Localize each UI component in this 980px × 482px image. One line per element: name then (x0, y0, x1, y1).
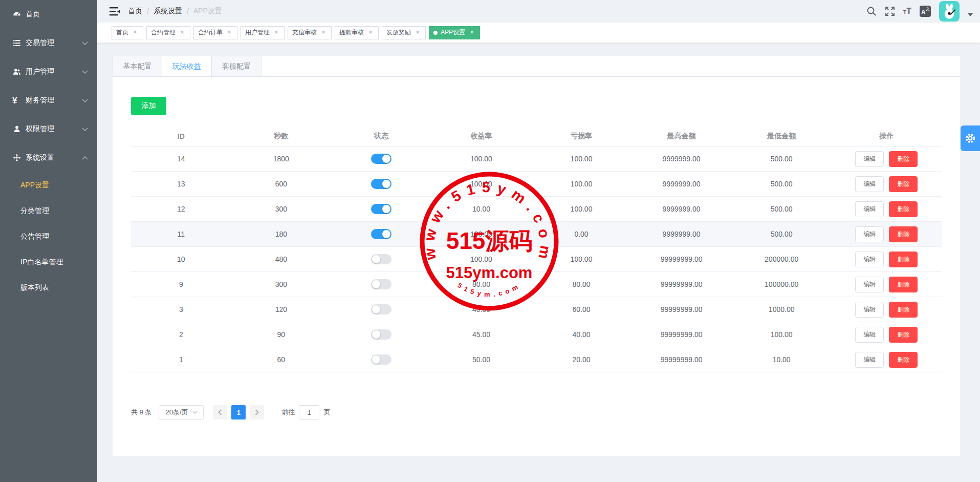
delete-button[interactable]: 删除 (889, 252, 918, 267)
cell-status (331, 329, 431, 340)
status-toggle[interactable] (371, 329, 391, 340)
delete-button[interactable]: 删除 (889, 352, 918, 368)
edit-button[interactable]: 编辑 (855, 201, 884, 217)
tag-view-合约订单[interactable]: 合约订单× (193, 26, 237, 39)
delete-button[interactable]: 删除 (889, 277, 918, 292)
sidebar-item-权限管理[interactable]: 权限管理 (0, 115, 97, 143)
edit-button[interactable]: 编辑 (855, 151, 884, 167)
language-icon[interactable]: A文 (920, 6, 931, 17)
tag-view-提款审核[interactable]: 提款审核× (335, 26, 379, 39)
app-root: 首页交易管理用户管理¥财务管理权限管理系统设置 APP设置分类管理公告管理IP白… (0, 0, 980, 482)
settings-panel-button[interactable] (961, 125, 980, 151)
next-page-button[interactable] (250, 405, 264, 420)
edit-button[interactable]: 编辑 (855, 302, 884, 318)
delete-button[interactable]: 删除 (889, 226, 918, 242)
breadcrumb-separator: / (147, 7, 149, 15)
cell-seconds: 1800 (231, 155, 332, 163)
close-icon[interactable]: × (414, 29, 421, 36)
sidebar-item-系统设置[interactable]: 系统设置 (0, 143, 97, 172)
delete-button[interactable]: 删除 (889, 151, 918, 167)
user-menu-caret-icon[interactable] (968, 13, 973, 16)
tab-玩法收益[interactable]: 玩法收益 (162, 56, 212, 76)
edit-button[interactable]: 编辑 (855, 252, 884, 267)
sidebar-item-交易管理[interactable]: 交易管理 (0, 29, 97, 57)
sidebar-subitem-版本列表[interactable]: 版本列表 (0, 275, 97, 300)
add-button[interactable]: 添加 (131, 97, 166, 115)
search-icon[interactable] (866, 6, 877, 16)
sidebar-subitem-IP白名单管理[interactable]: IP白名单管理 (0, 249, 97, 275)
tag-view-充值审核[interactable]: 充值审核× (288, 26, 332, 39)
close-icon[interactable]: × (273, 29, 280, 36)
cell-id: 3 (131, 305, 231, 313)
table-row: 13600100.00100.009999999.00500.00编辑删除 (131, 172, 942, 197)
sidebar-subitem-APP设置[interactable]: APP设置 (0, 172, 97, 198)
tag-view-用户管理[interactable]: 用户管理× (241, 26, 285, 39)
breadcrumb-item[interactable]: 系统设置 (154, 7, 182, 16)
close-icon[interactable]: × (226, 29, 233, 36)
cell-max-amount: 9999999.00 (631, 155, 732, 163)
current-page-button[interactable]: 1 (231, 405, 246, 420)
toggle-knob (372, 305, 380, 313)
edit-button[interactable]: 编辑 (855, 226, 884, 242)
delete-button[interactable]: 删除 (889, 176, 918, 192)
sidebar-item-用户管理[interactable]: 用户管理 (0, 57, 97, 86)
edit-button[interactable]: 编辑 (855, 352, 884, 368)
cell-actions: 编辑删除 (832, 302, 942, 318)
status-toggle[interactable] (371, 154, 391, 164)
table-row: 1230010.00100.009999999.00500.00编辑删除 (131, 197, 942, 222)
status-toggle[interactable] (371, 279, 391, 289)
sidebar-subitem-公告管理[interactable]: 公告管理 (0, 223, 97, 249)
prev-page-button[interactable] (213, 405, 227, 420)
delete-button[interactable]: 删除 (889, 201, 918, 217)
toggle-knob (382, 205, 390, 213)
cell-status (331, 229, 431, 239)
cell-loss-rate: 40.00 (531, 330, 631, 339)
sidebar-subitem-分类管理[interactable]: 分类管理 (0, 198, 97, 223)
tag-label: 发放奖励 (386, 28, 411, 37)
page-size-select[interactable]: 20条/页 (159, 405, 204, 420)
cell-min-amount: 100000.00 (731, 280, 832, 288)
sidebar-item-财务管理[interactable]: ¥财务管理 (0, 86, 97, 115)
tag-view-发放奖励[interactable]: 发放奖励× (382, 26, 426, 39)
sidebar-item-首页[interactable]: 首页 (0, 0, 97, 29)
delete-button[interactable]: 删除 (889, 327, 918, 343)
tab-基本配置[interactable]: 基本配置 (113, 56, 162, 76)
font-size-icon[interactable]: TT (903, 7, 911, 15)
status-toggle[interactable] (371, 354, 391, 365)
toggle-knob (372, 255, 380, 263)
status-toggle[interactable] (371, 179, 391, 189)
navbar-actions: TT A文 (866, 1, 973, 22)
fullscreen-icon[interactable] (885, 6, 895, 16)
edit-button[interactable]: 编辑 (855, 176, 884, 192)
edit-button[interactable]: 编辑 (855, 327, 884, 343)
pagination-total: 共 9 条 (131, 408, 151, 417)
close-icon[interactable]: × (468, 29, 475, 36)
hamburger-icon[interactable] (110, 7, 120, 16)
delete-button[interactable]: 删除 (889, 302, 918, 318)
card-body: 添加 ID秒数状态收益率亏损率最高金额最低金额操作 141800100.0010… (113, 77, 960, 420)
close-icon[interactable]: × (132, 29, 139, 36)
goto-page-input[interactable] (299, 405, 319, 420)
tag-view-首页[interactable]: 首页× (112, 26, 143, 39)
status-toggle[interactable] (371, 229, 391, 239)
table-row: 930080.0080.0099999999.00100000.00编辑删除 (131, 272, 942, 297)
cell-status (331, 254, 431, 264)
breadcrumb-item[interactable]: 首页 (128, 7, 142, 16)
tag-label: 用户管理 (245, 28, 270, 37)
edit-button[interactable]: 编辑 (855, 277, 884, 292)
tag-view-合约管理[interactable]: 合约管理× (146, 26, 190, 39)
chevron-down-icon (192, 411, 198, 414)
sidebar-item-label: 权限管理 (26, 124, 54, 134)
status-toggle[interactable] (371, 304, 391, 315)
gear-icon (964, 132, 976, 144)
tag-view-APP设置[interactable]: APP设置× (429, 26, 480, 39)
close-icon[interactable]: × (179, 29, 186, 36)
cell-max-amount: 9999999.00 (631, 205, 732, 213)
cell-loss-rate: 80.00 (531, 280, 631, 288)
avatar[interactable] (939, 1, 960, 22)
close-icon[interactable]: × (367, 29, 374, 36)
close-icon[interactable]: × (320, 29, 327, 36)
status-toggle[interactable] (371, 204, 391, 214)
status-toggle[interactable] (371, 254, 391, 264)
tab-客服配置[interactable]: 客服配置 (212, 56, 262, 76)
